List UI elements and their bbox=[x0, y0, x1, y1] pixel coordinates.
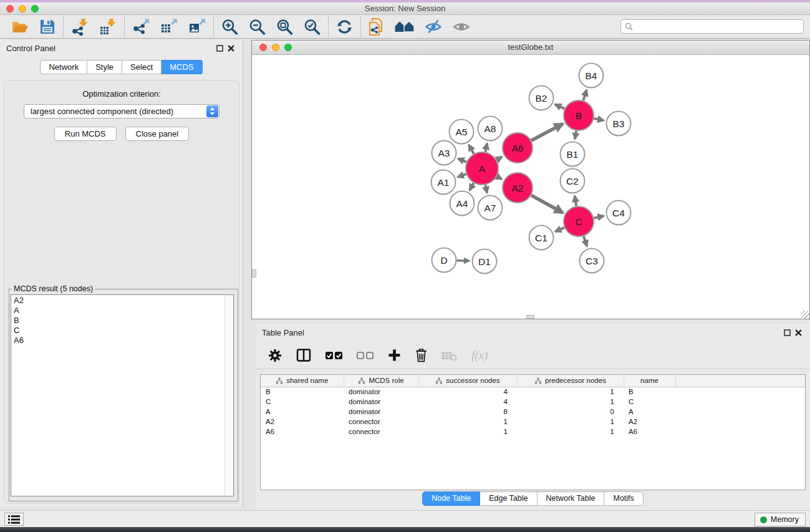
table-row[interactable]: A2connector11A2 bbox=[261, 417, 806, 427]
show-columns-button[interactable] bbox=[296, 349, 311, 362]
tab-network[interactable]: Network bbox=[40, 60, 87, 74]
refresh-layout-button[interactable] bbox=[335, 18, 354, 36]
table-cell[interactable]: 1 bbox=[418, 417, 517, 427]
float-table-panel-button[interactable] bbox=[781, 327, 793, 337]
graph-edge-A-A5[interactable] bbox=[469, 145, 474, 153]
graph-node-C4[interactable]: C4 bbox=[607, 201, 631, 225]
graph-edge-B-B4[interactable] bbox=[583, 90, 586, 100]
tab-select[interactable]: Select bbox=[122, 60, 162, 74]
table-row[interactable]: A6connector11A6 bbox=[261, 427, 806, 437]
column-header-successor-nodes[interactable]: successor nodes bbox=[418, 375, 517, 387]
table-cell[interactable]: A6 bbox=[624, 427, 675, 437]
save-session-button[interactable] bbox=[39, 18, 56, 36]
canvas-left-scroll-handle[interactable] bbox=[252, 269, 256, 278]
import-table-button[interactable] bbox=[99, 18, 117, 36]
mcds-result-item[interactable]: A6 bbox=[14, 336, 233, 346]
graph-edge-D-D1[interactable] bbox=[456, 261, 469, 261]
function-builder-button[interactable]: f(x) bbox=[471, 349, 488, 362]
graph-node-D1[interactable]: D1 bbox=[473, 249, 497, 274]
graph-node-C1[interactable]: C1 bbox=[529, 226, 554, 250]
table-cell[interactable]: 1 bbox=[517, 397, 624, 407]
graph-edge-C-C1[interactable] bbox=[555, 228, 564, 231]
graph-node-B4[interactable]: B4 bbox=[579, 64, 604, 88]
table-cell[interactable]: dominator bbox=[344, 387, 418, 397]
tab-edge-table[interactable]: Edge Table bbox=[480, 491, 537, 506]
select-all-columns-button[interactable] bbox=[325, 352, 342, 359]
table-cell[interactable]: connector bbox=[344, 417, 418, 427]
graph-edge-A-A1[interactable] bbox=[458, 174, 466, 177]
graph-edge-A2-C[interactable] bbox=[531, 195, 563, 213]
graph-node-A4[interactable]: A4 bbox=[450, 191, 475, 216]
table-cell[interactable]: A2 bbox=[624, 417, 675, 427]
delete-table-button[interactable] bbox=[441, 349, 457, 362]
table-cell[interactable]: connector bbox=[344, 427, 418, 437]
table-cell[interactable]: C bbox=[261, 397, 344, 407]
criterion-select[interactable]: largest connected component (directed) bbox=[24, 104, 219, 118]
graph-node-A1[interactable]: A1 bbox=[432, 170, 456, 195]
table-cell[interactable]: 4 bbox=[418, 397, 517, 407]
graph-node-B[interactable]: B bbox=[564, 100, 594, 130]
graph-node-C[interactable]: C bbox=[564, 206, 594, 236]
import-network-button[interactable] bbox=[70, 18, 89, 36]
column-header-shared-name[interactable]: shared name bbox=[261, 375, 344, 387]
network-close-button[interactable] bbox=[259, 44, 267, 51]
graph-edge-A-A3[interactable] bbox=[458, 158, 466, 162]
zoom-in-button[interactable] bbox=[221, 18, 239, 36]
export-table-button[interactable] bbox=[160, 18, 178, 36]
graph-node-A8[interactable]: A8 bbox=[478, 117, 503, 141]
close-panel-button[interactable] bbox=[225, 43, 236, 53]
zoom-out-button[interactable] bbox=[248, 18, 266, 36]
run-mcds-button[interactable]: Run MCDS bbox=[54, 127, 117, 141]
table-cell[interactable]: A2 bbox=[261, 417, 344, 427]
mcds-result-item[interactable]: B bbox=[14, 316, 233, 326]
float-panel-button[interactable] bbox=[214, 43, 225, 53]
network-canvas[interactable]: B4B2BB3A5A8A6B1A3AA1A2C2A4A7CC4C1C3DD1 bbox=[252, 55, 809, 319]
tab-style[interactable]: Style bbox=[87, 60, 122, 74]
tab-motifs[interactable]: Motifs bbox=[604, 491, 643, 506]
search-input[interactable] bbox=[635, 22, 799, 31]
minimize-window-button[interactable] bbox=[19, 5, 26, 12]
graph-edge-C-C4[interactable] bbox=[594, 216, 604, 218]
graph-edge-A-A6[interactable] bbox=[496, 157, 502, 160]
show-graphics-details-button[interactable] bbox=[452, 18, 471, 36]
zoom-fit-button[interactable] bbox=[276, 18, 294, 36]
graph-edge-B-B2[interactable] bbox=[555, 104, 564, 109]
zoom-selected-button[interactable] bbox=[303, 18, 321, 36]
close-panel-button-mcds[interactable]: Close panel bbox=[125, 127, 190, 141]
window-resize-grip[interactable] bbox=[801, 311, 809, 319]
table-cell[interactable]: 0 bbox=[517, 407, 624, 417]
graph-node-A[interactable]: A bbox=[466, 152, 498, 185]
network-graph[interactable]: B4B2BB3A5A8A6B1A3AA1A2C2A4A7CC4C1C3DD1 bbox=[252, 55, 809, 319]
table-row[interactable]: Bdominator41B bbox=[261, 387, 806, 397]
export-image-button[interactable] bbox=[188, 18, 206, 36]
tab-mcds[interactable]: MCDS bbox=[162, 60, 202, 74]
graph-edge-A-A7[interactable] bbox=[485, 185, 487, 193]
mcds-result-listbox[interactable]: A2ABCA6 bbox=[11, 294, 234, 496]
graph-node-A5[interactable]: A5 bbox=[450, 120, 474, 144]
mcds-list-scrollbar[interactable] bbox=[224, 295, 233, 496]
close-table-panel-button[interactable] bbox=[793, 327, 804, 337]
network-zoom-button[interactable] bbox=[284, 44, 292, 51]
graph-node-A3[interactable]: A3 bbox=[432, 141, 456, 165]
graph-node-B1[interactable]: B1 bbox=[561, 142, 585, 167]
graph-edge-A-A8[interactable] bbox=[485, 143, 487, 152]
zoom-window-button[interactable] bbox=[31, 5, 39, 12]
graph-node-C3[interactable]: C3 bbox=[580, 249, 604, 273]
graph-edge-A-A2[interactable] bbox=[497, 177, 502, 179]
graph-edge-C-C2[interactable] bbox=[575, 196, 576, 206]
graph-node-A6[interactable]: A6 bbox=[503, 133, 533, 163]
graph-node-A7[interactable]: A7 bbox=[478, 196, 503, 220]
export-network-button[interactable] bbox=[132, 18, 150, 36]
unselect-all-columns-button[interactable] bbox=[357, 352, 374, 359]
table-cell[interactable]: dominator bbox=[344, 397, 418, 407]
show-all-networks-button[interactable] bbox=[395, 19, 415, 35]
table-settings-button[interactable] bbox=[268, 349, 282, 362]
mcds-result-item[interactable]: A2 bbox=[14, 296, 233, 306]
table-cell[interactable]: 4 bbox=[418, 387, 517, 397]
table-cell[interactable]: B bbox=[624, 387, 675, 397]
graph-node-B3[interactable]: B3 bbox=[607, 112, 631, 136]
close-window-button[interactable] bbox=[6, 5, 14, 12]
table-cell[interactable]: 1 bbox=[517, 417, 624, 427]
graph-node-B2[interactable]: B2 bbox=[529, 86, 554, 110]
graph-edge-B-B3[interactable] bbox=[594, 118, 603, 120]
